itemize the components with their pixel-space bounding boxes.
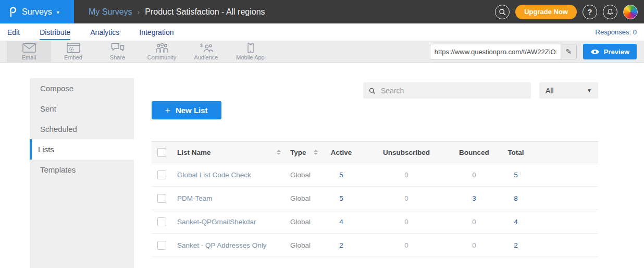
sidebar-item-lists[interactable]: Lists <box>30 139 134 160</box>
tool-embed[interactable]: Embed <box>51 41 95 62</box>
filter-row: All ▼ <box>152 82 598 99</box>
breadcrumb-separator: › <box>138 8 140 16</box>
active-count[interactable]: 2 <box>323 241 360 249</box>
sidebar-item-compose[interactable]: Compose <box>30 78 134 99</box>
tool-label: Audience <box>194 54 218 60</box>
table-header-row: List Name Type Active Unsubscribed Bounc… <box>152 141 598 163</box>
breadcrumb-my-surveys[interactable]: My Surveys <box>89 7 132 17</box>
table-row: Global List Code Check Global 5 0 0 5 <box>152 163 598 187</box>
tool-audience[interactable]: $ Audience <box>184 41 228 62</box>
total-count[interactable]: 4 <box>495 218 537 226</box>
list-name-link[interactable]: Global List Code Check <box>177 171 251 179</box>
top-header: Surveys ▾ My Surveys › Product Satisfact… <box>0 0 644 23</box>
col-bounced: Bounced <box>453 149 495 156</box>
total-count[interactable]: 8 <box>495 194 537 202</box>
survey-url-wrap: ✎ <box>430 44 577 59</box>
active-count[interactable]: 4 <box>323 218 360 226</box>
upgrade-now-button[interactable]: Upgrade Now <box>515 5 577 19</box>
unsubscribed-count: 0 <box>360 241 453 249</box>
dollar-people-icon: $ <box>200 43 213 53</box>
preview-button[interactable]: Preview <box>583 44 637 59</box>
new-list-button[interactable]: + New List <box>152 101 221 119</box>
tab-integration[interactable]: Integration <box>139 25 174 40</box>
bounced-count[interactable]: 3 <box>453 194 495 202</box>
tool-mobile-app[interactable]: Mobile App <box>228 41 273 62</box>
list-type: Global <box>284 171 323 179</box>
lists-panel: All ▼ + New List List Name Type <box>152 63 598 257</box>
edit-url-button[interactable]: ✎ <box>561 44 576 59</box>
lists-table: List Name Type Active Unsubscribed Bounc… <box>152 141 598 257</box>
sidebar-item-templates[interactable]: Templates <box>30 160 134 180</box>
col-active: Active <box>323 149 360 156</box>
tool-email[interactable]: Email <box>7 41 51 62</box>
row-checkbox[interactable] <box>157 194 166 203</box>
col-list-name[interactable]: List Name <box>177 149 211 156</box>
sort-icon[interactable] <box>314 150 318 155</box>
bounced-count: 0 <box>453 171 495 179</box>
plus-icon: + <box>165 105 170 116</box>
list-name-link[interactable]: Sanket-QPGmailShekdar <box>177 218 256 226</box>
chat-bubbles-icon <box>111 43 125 53</box>
new-list-label: New List <box>176 106 208 115</box>
embed-window-icon <box>67 43 80 53</box>
search-input[interactable] <box>380 86 526 95</box>
list-type: Global <box>284 218 323 226</box>
active-count[interactable]: 5 <box>323 171 360 179</box>
total-count[interactable]: 5 <box>495 171 537 179</box>
active-count[interactable]: 5 <box>323 194 360 202</box>
chevron-down-icon: ▾ <box>57 9 59 15</box>
search-button[interactable] <box>495 5 510 19</box>
list-type-filter-dropdown[interactable]: All ▼ <box>539 82 598 99</box>
bounced-count: 0 <box>453 241 495 249</box>
distribute-toolbar: Email Embed Share <box>0 41 644 63</box>
tool-label: Embed <box>64 54 82 60</box>
svg-text:$: $ <box>200 43 203 48</box>
select-all-checkbox[interactable] <box>157 148 166 157</box>
sidebar-item-sent[interactable]: Sent <box>30 99 134 119</box>
help-button[interactable]: ? <box>583 5 597 19</box>
total-count[interactable]: 2 <box>495 241 537 249</box>
sort-icon[interactable] <box>277 150 281 155</box>
app-window: Surveys ▾ My Surveys › Product Satisfact… <box>0 0 644 268</box>
tool-community[interactable]: Community <box>140 41 184 62</box>
survey-nav: Edit Distribute Analytics Integration Re… <box>0 23 644 41</box>
eye-icon <box>590 49 600 55</box>
tab-analytics[interactable]: Analytics <box>90 25 119 40</box>
list-type: Global <box>284 194 323 202</box>
people-group-icon <box>155 43 169 53</box>
bell-icon <box>606 8 614 16</box>
smartphone-icon <box>244 43 257 53</box>
pencil-icon: ✎ <box>565 47 572 56</box>
tab-edit[interactable]: Edit <box>7 25 20 40</box>
list-name-link[interactable]: Sanket - QP Addresses Only <box>177 241 267 249</box>
col-total: Total <box>495 149 537 156</box>
surveys-product-menu[interactable]: Surveys ▾ <box>0 0 74 23</box>
table-row: PDM-Team Global 5 0 3 8 <box>152 187 598 210</box>
breadcrumb: My Surveys › Product Satisfaction - All … <box>89 7 265 17</box>
tab-distribute[interactable]: Distribute <box>40 25 70 40</box>
unsubscribed-count: 0 <box>360 171 453 179</box>
responses-count[interactable]: Responses: 0 <box>596 28 637 36</box>
col-type[interactable]: Type <box>290 149 306 156</box>
header-actions: Upgrade Now ? <box>495 0 638 23</box>
email-sidebar: Compose Sent Scheduled Lists Templates <box>30 78 134 268</box>
notifications-button[interactable] <box>603 5 617 19</box>
search-icon <box>498 8 506 16</box>
tool-label: Community <box>147 54 177 60</box>
tool-share[interactable]: Share <box>95 41 140 62</box>
questionpro-logo <box>8 6 17 18</box>
row-checkbox[interactable] <box>157 217 166 226</box>
col-unsubscribed: Unsubscribed <box>360 149 453 156</box>
survey-url-input[interactable] <box>430 44 561 59</box>
list-name-link[interactable]: PDM-Team <box>177 194 213 202</box>
survey-title: Product Satisfaction - All regions <box>145 7 265 17</box>
row-checkbox[interactable] <box>157 241 166 250</box>
content-area: Compose Sent Scheduled Lists Templates A… <box>0 63 644 268</box>
tool-label: Share <box>110 54 125 60</box>
row-checkbox[interactable] <box>157 170 166 179</box>
avatar[interactable] <box>623 5 638 19</box>
list-type: Global <box>284 241 323 249</box>
bounced-count: 0 <box>453 218 495 226</box>
tool-label: Mobile App <box>236 54 264 60</box>
sidebar-item-scheduled[interactable]: Scheduled <box>30 119 134 139</box>
